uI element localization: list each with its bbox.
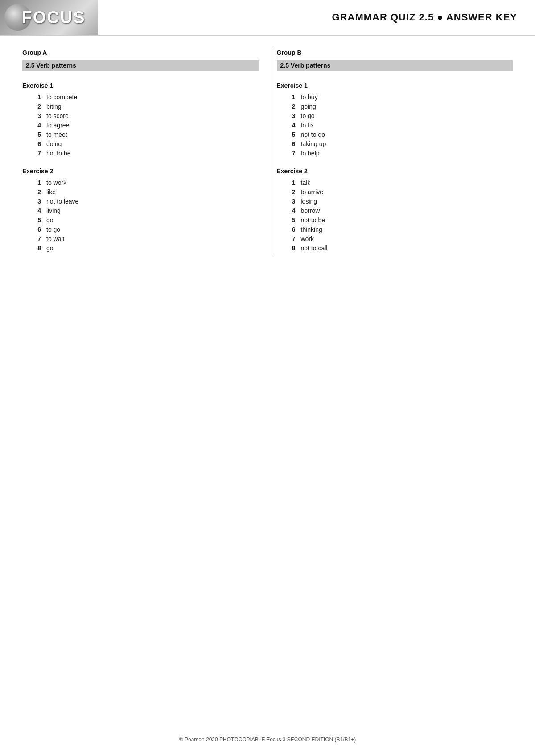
list-item: 2 biting [31, 103, 259, 110]
group-b-exercise2-title: Exercise 2 [277, 168, 513, 175]
item-number: 2 [286, 188, 296, 196]
list-item: 6 thinking [286, 226, 513, 233]
group-b-exercise2-list: 1 talk 2 to arrive 3 losing 4 borrow 5 [286, 179, 513, 252]
list-item: 5 to meet [31, 131, 259, 138]
item-number: 1 [286, 94, 296, 101]
group-b-label: Group B [277, 49, 513, 58]
item-answer: talk [301, 179, 311, 186]
item-answer: taking up [301, 140, 326, 147]
item-number: 5 [31, 131, 41, 138]
item-answer: going [301, 103, 316, 110]
item-answer: to compete [46, 94, 77, 101]
item-answer: living [46, 207, 61, 214]
item-answer: work [301, 235, 314, 242]
list-item: 3 to score [31, 112, 259, 119]
list-item: 4 to agree [31, 122, 259, 129]
item-answer: to go [301, 112, 315, 119]
item-number: 3 [286, 112, 296, 119]
page-footer: © Pearson 2020 PHOTOCOPIABLE Focus 3 SEC… [0, 736, 535, 743]
logo-text: FOCUS [22, 8, 86, 27]
item-answer: to work [46, 179, 66, 186]
item-number: 4 [31, 207, 41, 214]
item-answer: biting [46, 103, 61, 110]
item-number: 3 [31, 112, 41, 119]
item-number: 3 [31, 198, 41, 205]
group-b-column: Group B 2.5 Verb patterns Exercise 1 1 t… [272, 49, 513, 254]
item-answer: not to call [301, 245, 328, 252]
list-item: 4 to fix [286, 122, 513, 129]
list-item: 8 go [31, 245, 259, 252]
list-item: 8 not to call [286, 245, 513, 252]
item-answer: to score [46, 112, 69, 119]
item-answer: to help [301, 150, 320, 157]
item-number: 2 [31, 188, 41, 196]
list-item: 6 doing [31, 140, 259, 147]
item-answer: to buy [301, 94, 318, 101]
item-number: 7 [286, 235, 296, 242]
logo-container: FOCUS [0, 0, 98, 35]
item-number: 7 [31, 235, 41, 242]
item-answer: like [46, 188, 56, 196]
group-a-column: Group A 2.5 Verb patterns Exercise 1 1 t… [22, 49, 272, 254]
item-answer: losing [301, 198, 317, 205]
list-item: 4 borrow [286, 207, 513, 214]
item-answer: not to be [46, 150, 71, 157]
item-answer: to meet [46, 131, 67, 138]
group-a-exercise1-title: Exercise 1 [22, 82, 259, 89]
list-item: 4 living [31, 207, 259, 214]
group-a-label: Group A [22, 49, 259, 58]
main-content: Group A 2.5 Verb patterns Exercise 1 1 t… [0, 36, 535, 290]
group-a-exercise1-list: 1 to compete 2 biting 3 to score 4 to ag… [31, 94, 259, 157]
item-answer: to fix [301, 122, 314, 129]
list-item: 1 to compete [31, 94, 259, 101]
item-answer: not to do [301, 131, 325, 138]
item-number: 6 [286, 226, 296, 233]
list-item: 1 to buy [286, 94, 513, 101]
item-answer: to wait [46, 235, 64, 242]
list-item: 3 losing [286, 198, 513, 205]
list-item: 7 work [286, 235, 513, 242]
item-number: 5 [286, 217, 296, 224]
item-number: 7 [31, 150, 41, 157]
group-b-exercise1-title: Exercise 1 [277, 82, 513, 89]
item-answer: not to be [301, 217, 325, 224]
item-number: 3 [286, 198, 296, 205]
list-item: 3 to go [286, 112, 513, 119]
item-number: 5 [286, 131, 296, 138]
item-number: 6 [31, 226, 41, 233]
group-b-exercise1-list: 1 to buy 2 going 3 to go 4 to fix 5 no [286, 94, 513, 157]
list-item: 2 like [31, 188, 259, 196]
item-number: 7 [286, 150, 296, 157]
list-item: 7 to help [286, 150, 513, 157]
list-item: 5 do [31, 217, 259, 224]
item-number: 1 [31, 94, 41, 101]
item-number: 8 [286, 245, 296, 252]
list-item: 5 not to do [286, 131, 513, 138]
list-item: 6 taking up [286, 140, 513, 147]
group-b-bar: 2.5 Verb patterns [277, 60, 513, 71]
item-answer: thinking [301, 226, 322, 233]
group-a-bar: 2.5 Verb patterns [22, 60, 259, 71]
item-answer: to arrive [301, 188, 324, 196]
item-number: 4 [286, 122, 296, 129]
item-answer: doing [46, 140, 62, 147]
item-number: 1 [286, 179, 296, 186]
item-number: 6 [286, 140, 296, 147]
item-answer: to agree [46, 122, 69, 129]
list-item: 7 not to be [31, 150, 259, 157]
page-header: FOCUS GRAMMAR QUIZ 2.5 ● ANSWER KEY [0, 0, 535, 36]
item-number: 6 [31, 140, 41, 147]
item-answer: borrow [301, 207, 320, 214]
item-number: 4 [31, 122, 41, 129]
item-number: 2 [31, 103, 41, 110]
list-item: 2 going [286, 103, 513, 110]
list-item: 7 to wait [31, 235, 259, 242]
list-item: 1 talk [286, 179, 513, 186]
group-a-exercise2-title: Exercise 2 [22, 168, 259, 175]
item-number: 5 [31, 217, 41, 224]
item-number: 8 [31, 245, 41, 252]
list-item: 2 to arrive [286, 188, 513, 196]
item-answer: not to leave [46, 198, 78, 205]
item-answer: go [46, 245, 54, 252]
item-answer: do [46, 217, 54, 224]
